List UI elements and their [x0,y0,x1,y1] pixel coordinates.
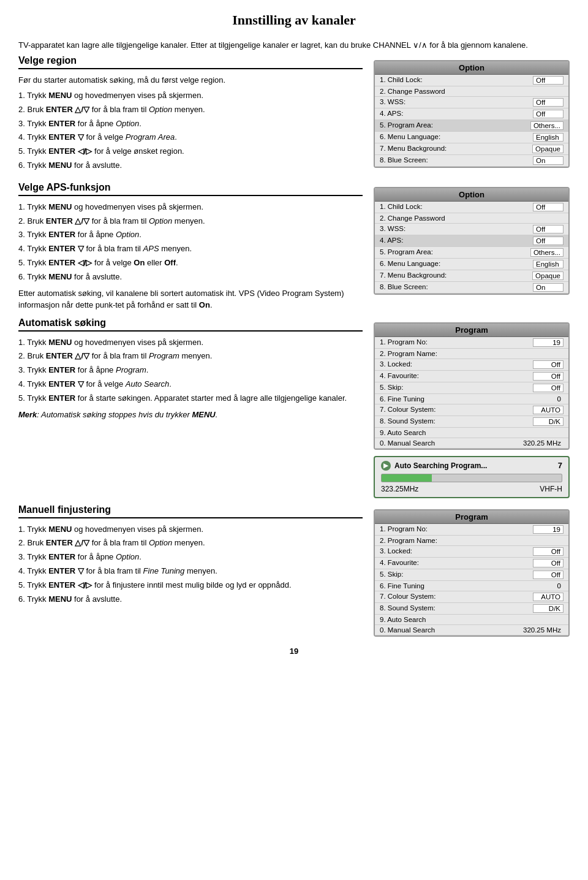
option-row: 2. Change Password [375,86,568,97]
velge-aps-steps: 1. Trykk MENU og hovedmenyen vises på sk… [18,201,363,284]
option-row: 3. WSS: Off [375,224,568,235]
auto-search-box: ▶ Auto Searching Program... 7 323.25MHz … [374,456,570,498]
key-menu: MENU [48,91,72,100]
program-row: 9. Auto Search [375,428,568,438]
auto-search-num: 7 [558,461,562,470]
menu-program: Program [116,365,146,374]
step-6: 6. Trykk MENU for å avslutte. [18,271,363,284]
step-2: 2. Bruk ENTER △/▽ for å bla fram til Pro… [18,350,363,363]
option-box-2: Option 1. Child Lock: Off 2. Change Pass… [374,187,570,295]
option-row: 2. Change Password [375,213,568,224]
auto-search-band: VHF-H [540,485,562,493]
option-row: 6. Menu Language: English [375,259,568,270]
key-enter: ENTER △/▽ [46,538,89,547]
auto-search-header: ▶ Auto Searching Program... 7 [381,461,562,471]
step-5: 5. Trykk ENTER for å starte søkingen. Ap… [18,392,363,405]
note-automatisk: Merk: Automatisk søking stoppes hvis du … [18,409,363,421]
option-box-1: Option 1. Child Lock: Off 2. Change Pass… [374,60,570,168]
velge-aps-section: Velge APS-funksjon 1. Trykk MENU og hove… [18,182,570,311]
key-menu: MENU [48,202,72,211]
program-row: 8. Sound System: D/K [375,416,568,428]
key-enter-down: ENTER ▽ [48,132,84,142]
key-enter: ENTER [48,230,75,239]
menu-option: Option [149,538,172,547]
key-enter: ENTER △/▽ [46,216,89,226]
menu-program: Program [149,351,179,360]
manuell-left: Manuell finjustering 1. Trykk MENU og ho… [18,504,363,637]
menu-aps: APS [143,244,159,253]
step-num: 3. [18,119,25,128]
option-row: 8. Blue Screen: On [375,282,568,294]
menu-option: Option [116,119,139,128]
option-row-highlighted: 5. Program Area: Others... [375,120,568,132]
step-1: 1. Trykk MENU og hovedmenyen vises på sk… [18,89,363,102]
program-row: 6. Fine Tuning 0 [375,394,568,404]
step-2: 2. Bruk ENTER △/▽ for å bla fram til Opt… [18,104,363,116]
step-num: 1. [18,91,25,100]
program-row: 3. Locked: Off [375,546,568,558]
key-enter: ENTER [48,365,75,374]
program-row: 5. Skip: Off [375,382,568,394]
step-2: 2. Bruk ENTER △/▽ for å bla fram til Opt… [18,537,363,550]
manuell-right: Program 1. Program No: 19 2. Program Nam… [374,504,570,637]
velge-region-intro: Før du starter automatisk søking, må du … [18,74,363,86]
step-4: 4. Trykk ENTER ▽ for å velge Auto Search… [18,378,363,391]
option-box-title: Option [375,188,568,202]
key-enter-down: ENTER ▽ [48,566,84,575]
option-row: 6. Menu Language: English [375,132,568,143]
program-row: 8. Sound System: D/K [375,603,568,615]
option-row: 1. Child Lock: Off [375,75,568,86]
menu-option: Option [149,216,172,226]
step-1: 1. Trykk MENU og hovedmenyen vises på sk… [18,523,363,536]
step-3: 3. Trykk ENTER for å åpne Option. [18,229,363,241]
step-num: 2. [18,105,25,114]
key-enter-lr: ENTER ◁/▷ [48,258,92,267]
velge-region-left: Velge region Før du starter automatisk s… [18,55,363,176]
progress-bar-fill [382,474,432,482]
key-off: Off [164,258,176,267]
step-4: 4. Trykk ENTER ▽ for å velge Program Are… [18,131,363,144]
step-6: 6. Trykk MENU for å avslutte. [18,593,363,606]
step-4: 4. Trykk ENTER ▽ for å bla fram til APS … [18,243,363,256]
program-row: 0. Manual Search 320.25 MHz [375,438,568,449]
option-row: 7. Menu Background: Opaque [375,270,568,282]
key-menu: MENU [48,594,72,604]
program-box-2: Program 1. Program No: 19 2. Program Nam… [374,509,570,637]
automatisk-left: Automatisk søking 1. Trykk MENU og hoved… [18,317,363,498]
manuell-heading: Manuell finjustering [18,504,363,518]
program-row: 0. Manual Search 320.25 MHz [375,625,568,635]
page-number: 19 [18,647,570,656]
manuell-steps: 1. Trykk MENU og hovedmenyen vises på sk… [18,523,363,606]
program-row: 2. Program Name: [375,536,568,546]
velge-aps-heading: Velge APS-funksjon [18,182,363,196]
program-area: Program Area [126,132,175,142]
key-enter-down: ENTER ▽ [48,379,84,389]
velge-aps-right: Option 1. Child Lock: Off 2. Change Pass… [374,182,570,311]
menu-option: Option [116,552,139,561]
program-box-1: Program 1. Program No: 19 2. Program Nam… [374,322,570,450]
program-row: 1. Program No: 19 [375,337,568,349]
program-row: 4. Favourite: Off [375,371,568,382]
automatisk-steps: 1. Trykk MENU og hovedmenyen vises på sk… [18,336,363,405]
key-menu: MENU [48,272,72,281]
option-row: 5. Program Area: Others... [375,247,568,259]
velge-region-heading: Velge region [18,55,363,69]
step-5: 5. Trykk ENTER ◁/▷ for å finjustere innt… [18,579,363,592]
step-1: 1. Trykk MENU og hovedmenyen vises på sk… [18,201,363,214]
key-on: On [134,258,145,267]
step-3: 3. Trykk ENTER for å åpne Option. [18,118,363,131]
step-5: 5. Trykk ENTER ◁/▷ for å velge On eller … [18,257,363,270]
step-1: 1. Trykk MENU og hovedmenyen vises på sk… [18,336,363,349]
option-row: 4. APS: Off [375,108,568,120]
step-num: 4. [18,132,25,142]
step-num: 6. [18,161,25,170]
step-4: 4. Trykk ENTER ▽ for å bla fram til Fine… [18,565,363,578]
key-enter: ENTER [48,119,75,128]
program-box-title: Program [375,510,568,524]
step-5: 5. Trykk ENTER ◁/▷ for å velge ønsket re… [18,145,363,158]
auto-search-bottom: 323.25MHz VHF-H [381,485,562,493]
automatisk-right: Program 1. Program No: 19 2. Program Nam… [374,317,570,498]
program-box-title: Program [375,324,568,337]
intro-text: TV-apparatet kan lagre alle tilgjengelig… [18,39,570,51]
option-row: 3. WSS: Off [375,97,568,108]
